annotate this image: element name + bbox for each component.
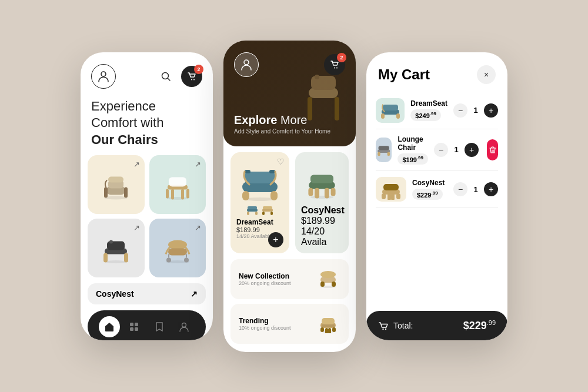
svg-rect-64	[315, 187, 319, 198]
svg-rect-10	[108, 177, 123, 183]
svg-rect-26	[168, 249, 187, 256]
lounge-delete-button[interactable]	[487, 139, 498, 160]
svg-rect-87	[387, 152, 390, 156]
link-icon-3[interactable]: ↗	[133, 223, 140, 232]
dreamseat-qty-minus[interactable]: −	[453, 103, 467, 118]
svg-point-68	[320, 271, 336, 278]
svg-rect-82	[381, 113, 385, 119]
cart-item-cosynest: CosyNest $229.99 − 1 +	[376, 171, 498, 208]
cosynest-name: CosyNest	[301, 205, 343, 216]
trending-info: Trending 10% ongoing discount	[239, 317, 291, 331]
lounge-cart-image	[376, 138, 392, 162]
product-card-2[interactable]: ↗	[149, 155, 206, 214]
explore-cart-badge: 2	[337, 53, 346, 62]
logo	[91, 64, 116, 89]
total-label-text: Total:	[393, 321, 413, 330]
dreamseat-cart-name: DreamSeat	[410, 99, 447, 108]
svg-point-4	[193, 79, 195, 80]
phone-home: 2 Experience Comfort with Our Chairs ↗	[81, 52, 213, 340]
svg-rect-54	[255, 212, 258, 215]
svg-rect-77	[332, 327, 336, 332]
add-dreamseat-button[interactable]: +	[268, 232, 283, 247]
lounge-cart-info: Lounge Chair $199.99	[397, 135, 428, 165]
svg-rect-14	[166, 189, 169, 199]
dreamseat-image	[236, 158, 283, 205]
svg-point-25	[168, 240, 187, 250]
svg-point-0	[101, 72, 106, 76]
nav-user[interactable]	[173, 316, 195, 337]
product-card-3[interactable]: ↗	[88, 219, 145, 277]
explore-cart-button[interactable]: 2	[324, 54, 345, 75]
lounge-qty-control: − 1 +	[434, 143, 479, 157]
dreamseat-cart-info: DreamSeat $249.99	[410, 99, 447, 121]
svg-rect-50	[270, 191, 278, 200]
link-icon-1[interactable]: ↗	[133, 160, 140, 169]
cosynest-explore-card[interactable]: CosyNest $189.99 14/20 Availa	[295, 152, 349, 253]
home-header: 2	[81, 52, 213, 95]
svg-rect-17	[181, 189, 184, 200]
new-collection-card[interactable]: New Collection 20% ongoing discount	[230, 259, 349, 299]
cosynest-qty-minus[interactable]: −	[453, 182, 467, 196]
dreamseat-name: DreamSeat	[236, 218, 283, 226]
cosynest-qty-control: − 1 +	[453, 182, 498, 196]
cart-header: My Cart ×	[366, 52, 507, 92]
svg-rect-37	[311, 76, 336, 90]
cosynest-qty-plus[interactable]: +	[484, 182, 498, 196]
svg-rect-85	[379, 146, 389, 150]
svg-rect-23	[109, 240, 113, 244]
lounge-qty-minus[interactable]: −	[434, 143, 448, 157]
phone-explore: 2 Explore More Add Style and Comfort to …	[223, 41, 356, 352]
svg-rect-49	[242, 191, 249, 200]
featured-label: CosyNest	[96, 289, 134, 299]
svg-rect-76	[320, 327, 324, 332]
cart-button[interactable]: 2	[181, 66, 202, 87]
nav-bookmark[interactable]	[149, 316, 170, 337]
search-button[interactable]	[155, 66, 176, 87]
cart-item-dreamseat: DreamSeat $249.99 − 1 +	[376, 92, 498, 129]
svg-rect-52	[248, 206, 257, 209]
trending-row: Trending 10% ongoing discount	[230, 304, 349, 344]
product-grid: ↗ ↗	[81, 155, 213, 277]
dreamseat-cart-price: $249.99	[410, 109, 441, 121]
featured-item[interactable]: CosyNest ↗	[88, 283, 206, 304]
explore-logo	[234, 52, 259, 77]
close-button[interactable]: ×	[477, 65, 496, 84]
link-icon-4[interactable]: ↗	[195, 223, 201, 232]
favorite-icon[interactable]: ♡	[277, 157, 285, 166]
nav-home[interactable]	[99, 316, 120, 337]
svg-rect-62	[308, 187, 313, 196]
cosynest-avail: 14/20 Availa	[301, 226, 343, 247]
product-card-1[interactable]: ↗	[88, 155, 145, 214]
svg-point-27	[166, 258, 171, 263]
cart-items-list: DreamSeat $249.99 − 1 +	[366, 92, 507, 209]
nav-grid[interactable]	[123, 316, 145, 337]
svg-point-18	[105, 260, 126, 263]
explore-hero: 2 Explore More Add Style and Comfort to …	[223, 41, 356, 146]
svg-point-35	[182, 323, 186, 327]
explore-hero-text: Explore More Add Style and Comfort to Yo…	[234, 113, 330, 135]
dreamseat-qty-plus[interactable]: +	[484, 103, 498, 118]
dreamseat-card[interactable]: ♡	[230, 152, 289, 253]
lounge-qty-plus[interactable]: +	[465, 143, 479, 157]
trending-card[interactable]: Trending 10% ongoing discount	[230, 304, 349, 344]
svg-rect-15	[186, 189, 189, 199]
trending-discount: 10% ongoing discount	[239, 325, 291, 331]
svg-rect-89	[383, 184, 399, 190]
svg-rect-32	[135, 323, 138, 326]
svg-point-42	[334, 67, 335, 68]
product-card-4[interactable]: ↗	[149, 219, 206, 277]
featured-link[interactable]: ↗	[191, 289, 198, 299]
svg-point-5	[104, 196, 128, 200]
svg-rect-63	[331, 187, 336, 196]
svg-rect-53	[247, 212, 249, 215]
new-collection-discount: 20% ongoing discount	[239, 280, 291, 286]
link-icon-2[interactable]: ↗	[195, 160, 201, 169]
svg-rect-79	[328, 328, 331, 333]
svg-rect-93	[391, 193, 395, 200]
trending-name: Trending	[239, 317, 291, 325]
hero-bold: Our Chairs	[91, 132, 202, 149]
lounge-cart-name: Lounge Chair	[397, 135, 428, 152]
dreamseat-qty-control: − 1 +	[453, 103, 498, 118]
header-icons: 2	[155, 66, 202, 87]
hero-line1: Experience Comfort with	[91, 99, 163, 130]
